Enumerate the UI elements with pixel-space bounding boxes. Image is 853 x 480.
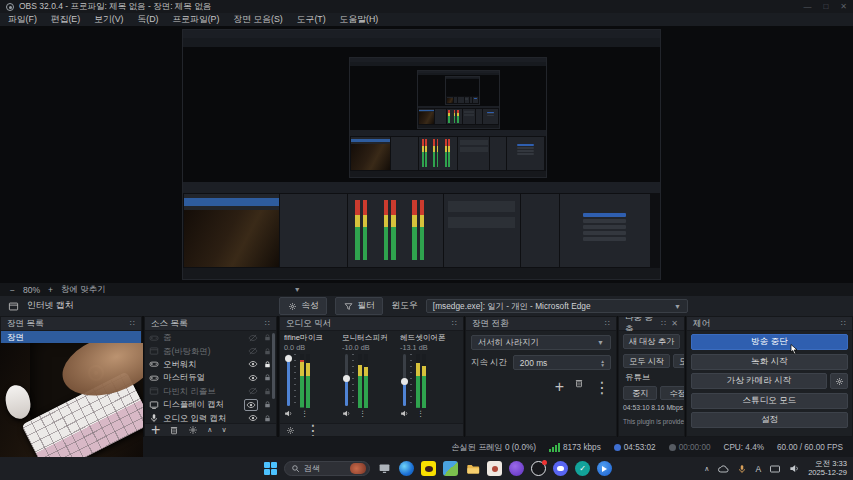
maximize-button[interactable]: □ — [823, 2, 828, 11]
taskbar-icon-media-app[interactable] — [597, 461, 612, 476]
minimize-button[interactable]: — — [803, 2, 811, 11]
transition-menu-icon[interactable]: ⋮ — [594, 378, 610, 397]
taskbar-icon-check-app[interactable]: ✓ — [575, 461, 590, 476]
start-button[interactable] — [264, 462, 277, 475]
taskbar-icon-desktop-app[interactable] — [377, 461, 392, 476]
add-source-button[interactable]: + — [151, 421, 160, 437]
dock-close-icon[interactable]: ✕ — [671, 319, 678, 328]
eye-icon[interactable] — [248, 413, 258, 423]
start-virtual-camera-button[interactable]: 가상 카메라 시작 — [691, 373, 827, 389]
properties-button[interactable]: 속성 — [279, 297, 327, 315]
close-button[interactable]: ✕ — [840, 2, 847, 11]
mute-speaker-icon[interactable] — [342, 409, 351, 418]
source-row[interactable]: 줌 — [145, 331, 276, 344]
volume-slider[interactable] — [345, 354, 348, 406]
taskbar-icon-edge[interactable] — [399, 461, 414, 476]
lock-icon[interactable] — [263, 387, 272, 396]
add-transition-button[interactable]: + — [555, 378, 564, 397]
mute-speaker-icon[interactable] — [284, 409, 293, 418]
ime-indicator[interactable]: A — [755, 464, 761, 474]
source-row[interactable]: 오디오 입력 캡처 — [145, 411, 276, 423]
menu-view[interactable]: 보기(V) — [94, 14, 123, 26]
dock-options-icon[interactable]: ∷ — [265, 319, 270, 328]
lock-icon[interactable] — [263, 360, 272, 369]
start-all-button[interactable]: 모두 시작 — [623, 354, 670, 368]
taskbar-search-box[interactable]: 검색 — [284, 461, 370, 476]
tray-expand-chevron-icon[interactable]: ∧ — [704, 465, 709, 473]
eye-off-icon[interactable] — [248, 346, 258, 356]
start-recording-button[interactable]: 녹화 시작 — [691, 354, 848, 370]
sources-scrollbar[interactable] — [272, 333, 275, 399]
remove-source-button[interactable] — [169, 425, 179, 435]
taskbar-clock[interactable]: 오전 3:33 2025-12-29 — [808, 460, 847, 477]
source-row-selected[interactable]: 디스플레이 캡처 — [145, 398, 276, 411]
dock-options-icon[interactable]: ∷ — [130, 319, 135, 328]
menu-profile[interactable]: 프로파일(P) — [173, 14, 220, 26]
taskbar-icon-kakaotalk[interactable] — [421, 461, 436, 476]
dock-options-icon[interactable]: ∷ — [841, 319, 846, 328]
source-row[interactable]: 오버워치 — [145, 358, 276, 371]
source-row[interactable]: 마스터듀얼 — [145, 371, 276, 384]
menu-tools[interactable]: 도구(T) — [297, 14, 326, 26]
settings-button[interactable]: 설정 — [691, 412, 848, 428]
lock-icon[interactable] — [263, 400, 272, 409]
taskbar-icon-discord[interactable] — [553, 461, 568, 476]
menu-edit[interactable]: 편집(E) — [51, 14, 80, 26]
eye-icon[interactable] — [248, 373, 258, 383]
stop-output-button[interactable]: 중지 — [623, 386, 657, 400]
edit-output-button[interactable]: 수정 — [660, 386, 684, 400]
eye-icon[interactable] — [248, 359, 258, 369]
virtual-camera-settings-button[interactable] — [830, 373, 848, 389]
taskbar-icon-photos[interactable] — [443, 461, 458, 476]
channel-menu-icon[interactable]: ⋮ — [301, 409, 309, 418]
duration-spinbox[interactable]: 200 ms ▴▾ — [513, 355, 611, 370]
dock-options-icon[interactable]: ∷ — [452, 319, 457, 328]
stop-all-button[interactable]: 모두 중지 — [673, 354, 684, 368]
preview-canvas[interactable] — [0, 26, 853, 283]
source-row[interactable]: 줌(바탕화면) — [145, 344, 276, 357]
move-source-down-button[interactable]: ∨ — [221, 426, 226, 434]
dock-options-icon[interactable]: ∷ — [605, 319, 610, 328]
zoom-out-button[interactable]: − — [10, 285, 15, 295]
move-source-up-button[interactable]: ∧ — [207, 426, 212, 434]
lock-icon[interactable] — [263, 414, 272, 423]
menu-help[interactable]: 도움말(H) — [340, 14, 379, 26]
transition-select-dropdown[interactable]: 서서히 사라지기 ▼ — [471, 335, 611, 350]
menu-scene-collection[interactable]: 장면 모음(S) — [233, 14, 282, 26]
eye-off-icon[interactable] — [248, 386, 258, 396]
channel-menu-icon[interactable]: ⋮ — [359, 409, 367, 418]
filters-button[interactable]: 필터 — [335, 297, 383, 315]
lock-icon[interactable] — [263, 347, 272, 356]
window-select-dropdown[interactable]: [msedge.exe]: 일기 - 개인 - Microsoft Edge ▼ — [426, 299, 688, 313]
volume-slider[interactable] — [287, 354, 290, 406]
channel-menu-icon[interactable]: ⋮ — [417, 409, 425, 418]
menu-docks[interactable]: 독(D) — [137, 14, 158, 26]
taskbar-icon-purple-app[interactable] — [509, 461, 524, 476]
dock-options-icon[interactable]: ∷ — [661, 319, 666, 328]
tray-tablet-icon[interactable] — [769, 463, 781, 475]
lock-icon[interactable] — [263, 373, 272, 382]
taskbar-icon-obs[interactable] — [531, 461, 546, 476]
fit-to-window[interactable]: 창에 맞추기 — [61, 284, 106, 296]
mixer-settings-icon[interactable] — [286, 426, 295, 435]
stop-streaming-button[interactable]: 방송 중단 — [691, 334, 848, 350]
eye-icon[interactable] — [246, 400, 256, 410]
lock-icon[interactable] — [263, 333, 272, 342]
menu-file[interactable]: 파일(F) — [8, 14, 37, 26]
source-properties-button[interactable] — [188, 425, 198, 435]
tray-speaker-icon[interactable] — [789, 463, 800, 474]
add-target-button[interactable]: 새 대상 추가 — [623, 334, 680, 349]
source-row[interactable]: 다빈치 리졸브 — [145, 385, 276, 398]
zoom-in-button[interactable]: + — [48, 285, 53, 295]
volume-slider[interactable] — [403, 354, 406, 406]
onedrive-cloud-icon[interactable] — [717, 463, 729, 475]
remove-transition-button[interactable] — [574, 378, 584, 388]
taskbar-icon-folder[interactable] — [465, 461, 480, 476]
tray-mic-icon[interactable] — [737, 464, 747, 474]
taskbar-icon-game[interactable] — [487, 461, 502, 476]
studio-mode-button[interactable]: 스튜디오 모드 — [691, 393, 848, 409]
mute-speaker-icon[interactable] — [400, 409, 409, 418]
spinner-arrows-icon[interactable]: ▴▾ — [601, 359, 604, 367]
eye-off-icon[interactable] — [248, 333, 258, 343]
zoom-dropdown-caret-icon[interactable]: ▼ — [294, 286, 301, 293]
